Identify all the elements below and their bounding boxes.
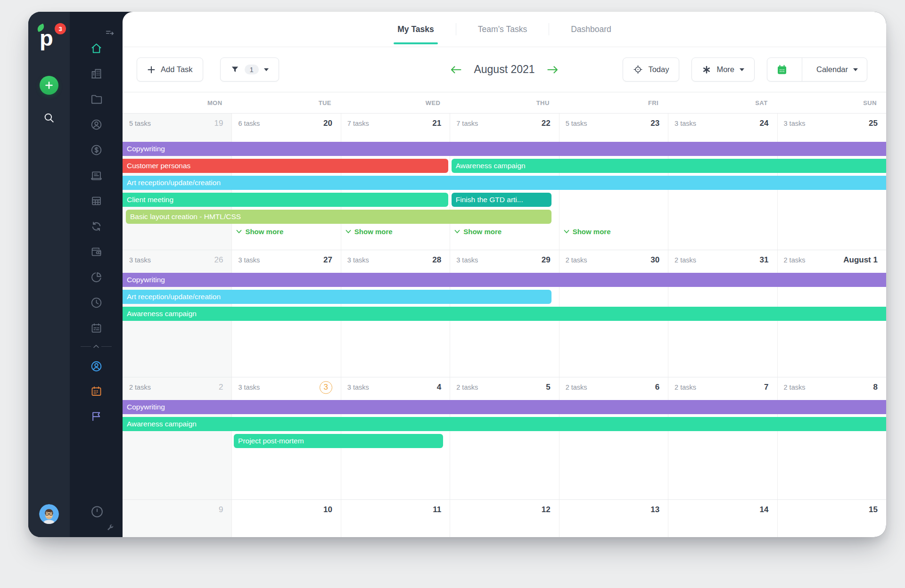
settings-wrench-icon[interactable] bbox=[106, 523, 114, 531]
tab-dashboard[interactable]: Dashboard bbox=[549, 12, 633, 47]
task-bar[interactable]: Copywriting bbox=[123, 400, 886, 414]
day-task-count: 6 tasks bbox=[238, 120, 260, 127]
payments-wallet-icon[interactable] bbox=[90, 245, 103, 258]
day-cell[interactable]: 6 tasks20 bbox=[231, 114, 340, 133]
timesheet-table-icon[interactable] bbox=[90, 195, 103, 207]
today-button[interactable]: Today bbox=[623, 57, 679, 82]
day-number: 24 bbox=[760, 119, 769, 128]
day-cell[interactable]: 3 tasks27 bbox=[231, 250, 340, 270]
day-cell[interactable]: 3 tasks29 bbox=[450, 250, 559, 270]
day-header-label: FRI bbox=[559, 92, 668, 113]
task-bar[interactable]: Awareness campaign bbox=[123, 307, 886, 321]
task-bar[interactable]: Copywriting bbox=[123, 142, 886, 156]
home-icon[interactable] bbox=[90, 42, 103, 55]
task-bar[interactable]: Customer personas bbox=[123, 159, 448, 173]
show-more-link[interactable]: Show more bbox=[454, 228, 502, 236]
week-row: 9101112131415 bbox=[123, 499, 886, 537]
my-profile-icon[interactable] bbox=[90, 360, 103, 373]
day-cell[interactable]: 2 tasks8 bbox=[777, 377, 886, 397]
finance-icon[interactable] bbox=[90, 144, 103, 156]
sync-icon[interactable] bbox=[90, 220, 103, 233]
show-more-link[interactable]: Show more bbox=[346, 228, 393, 236]
search-icon[interactable] bbox=[43, 112, 55, 124]
day-cell[interactable]: 14 bbox=[668, 500, 777, 520]
task-bar-label: Art reception/update/creation bbox=[127, 293, 221, 301]
task-bar[interactable]: Copywriting bbox=[123, 273, 886, 287]
day-task-count: 2 tasks bbox=[456, 384, 478, 391]
previous-month-arrow[interactable] bbox=[449, 64, 462, 75]
day-cell[interactable]: 3 tasks4 bbox=[341, 377, 450, 397]
day-task-count: 2 tasks bbox=[129, 384, 151, 391]
alerts-icon[interactable] bbox=[90, 505, 103, 517]
calendar-view-icon[interactable] bbox=[767, 58, 797, 81]
show-more-link[interactable]: Show more bbox=[564, 228, 611, 236]
day-cell[interactable]: 3 tasks26 bbox=[123, 250, 231, 270]
day-cell[interactable]: 3 tasks3 bbox=[231, 377, 340, 397]
day-cell[interactable]: 2 tasksAugust 1 bbox=[777, 250, 886, 270]
chevron-up-icon bbox=[93, 344, 99, 349]
reports-pie-icon[interactable] bbox=[90, 271, 103, 284]
day-cell[interactable]: 5 tasks19 bbox=[123, 114, 231, 133]
day-cell[interactable]: 3 tasks24 bbox=[668, 114, 777, 133]
clients-icon[interactable] bbox=[90, 67, 103, 80]
day-number: 7 bbox=[764, 383, 768, 392]
day-cell[interactable]: 2 tasks7 bbox=[668, 377, 777, 397]
projects-folder-icon[interactable] bbox=[90, 93, 103, 106]
task-bar[interactable]: Art reception/update/creation bbox=[123, 176, 886, 190]
day-cell[interactable]: 2 tasks30 bbox=[559, 250, 668, 270]
day-cell[interactable]: 2 tasks31 bbox=[668, 250, 777, 270]
day-task-count: 3 tasks bbox=[238, 384, 260, 391]
next-month-arrow[interactable] bbox=[546, 64, 559, 75]
user-avatar[interactable] bbox=[39, 504, 59, 524]
tab-my-tasks[interactable]: My Tasks bbox=[376, 12, 456, 47]
task-bar-label: Copywriting bbox=[127, 403, 165, 411]
time-clock-icon[interactable] bbox=[90, 296, 103, 309]
task-bar[interactable]: Finish the GTD arti... bbox=[452, 193, 551, 207]
task-bar[interactable]: Awareness campaign bbox=[123, 417, 886, 431]
invoices-icon[interactable] bbox=[90, 169, 103, 182]
more-button[interactable]: More bbox=[691, 57, 755, 82]
day-cell[interactable]: 10 bbox=[231, 500, 340, 520]
day-cell[interactable]: 2 tasks2 bbox=[123, 377, 231, 397]
flag-icon[interactable] bbox=[90, 410, 103, 423]
day-cell[interactable]: 12 bbox=[450, 500, 559, 520]
day-cell[interactable]: 3 tasks25 bbox=[777, 114, 886, 133]
day-cell[interactable]: 15 bbox=[777, 500, 886, 520]
day-number: 29 bbox=[542, 255, 551, 265]
task-bar[interactable]: Art reception/update/creation bbox=[123, 290, 551, 304]
week-row: 3 tasks263 tasks273 tasks283 tasks292 ta… bbox=[123, 250, 886, 377]
scheduler-icon[interactable] bbox=[90, 322, 103, 335]
sidebar-collapse-divider[interactable] bbox=[81, 344, 112, 349]
task-bar-label: Client meeting bbox=[127, 196, 173, 204]
day-cell[interactable]: 13 bbox=[559, 500, 668, 520]
expand-sidebar-icon[interactable] bbox=[105, 28, 115, 38]
gear-icon bbox=[702, 65, 711, 74]
task-bar[interactable]: Basic layout creation - HMTL/CSS bbox=[126, 210, 551, 224]
add-new-button[interactable] bbox=[40, 76, 58, 95]
day-number: 26 bbox=[214, 255, 223, 265]
view-switcher-label[interactable]: Calendar bbox=[807, 65, 867, 74]
bar-row: Customer personasAwareness campaign bbox=[123, 158, 886, 175]
task-bar[interactable]: Client meeting bbox=[123, 193, 448, 207]
task-bar[interactable]: Project post-mortem bbox=[234, 434, 443, 448]
day-cell[interactable]: 9 bbox=[123, 500, 231, 520]
my-calendar-icon[interactable] bbox=[90, 385, 103, 398]
task-bar[interactable]: Awareness campaign bbox=[452, 159, 886, 173]
weeks-container: 5 tasks196 tasks207 tasks217 tasks225 ta… bbox=[123, 113, 886, 537]
day-cell[interactable]: 7 tasks22 bbox=[450, 114, 559, 133]
chevron-down-icon bbox=[564, 229, 569, 234]
tab-teams-tasks[interactable]: Team’s Tasks bbox=[456, 12, 549, 47]
day-cell[interactable]: 5 tasks23 bbox=[559, 114, 668, 133]
day-task-count: 3 tasks bbox=[347, 384, 369, 391]
add-task-button[interactable]: Add Task bbox=[137, 57, 203, 82]
day-cell[interactable]: 11 bbox=[341, 500, 450, 520]
day-cell[interactable]: 2 tasks6 bbox=[559, 377, 668, 397]
day-cell[interactable]: 7 tasks21 bbox=[341, 114, 450, 133]
bar-row: Copywriting bbox=[123, 399, 886, 416]
contacts-icon[interactable] bbox=[90, 118, 103, 131]
show-more-link[interactable]: Show more bbox=[236, 228, 283, 236]
day-cell[interactable]: 3 tasks28 bbox=[341, 250, 450, 270]
filter-button[interactable]: 1 bbox=[220, 57, 279, 82]
day-cell[interactable]: 2 tasks5 bbox=[450, 377, 559, 397]
view-switcher-button[interactable]: Calendar bbox=[767, 57, 867, 82]
